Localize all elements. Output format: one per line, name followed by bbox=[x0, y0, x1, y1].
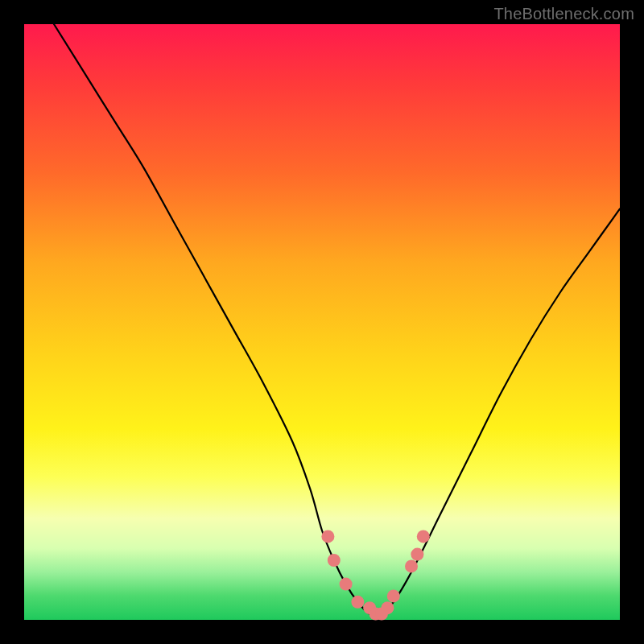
curve-marker bbox=[405, 559, 418, 572]
curve-marker bbox=[321, 530, 334, 543]
chart-svg bbox=[24, 24, 620, 620]
chart-frame: TheBottleneck.com bbox=[0, 0, 644, 644]
curve-marker bbox=[340, 578, 353, 591]
plot-area bbox=[24, 24, 620, 620]
curve-marker bbox=[328, 554, 341, 567]
curve-marker bbox=[411, 548, 423, 561]
curve-marker bbox=[351, 596, 364, 609]
bottleneck-curve bbox=[54, 24, 620, 615]
attribution-text: TheBottleneck.com bbox=[493, 5, 634, 23]
curve-marker bbox=[417, 530, 430, 543]
marker-group bbox=[321, 530, 429, 620]
curve-marker bbox=[387, 589, 400, 602]
curve-marker bbox=[381, 601, 394, 614]
